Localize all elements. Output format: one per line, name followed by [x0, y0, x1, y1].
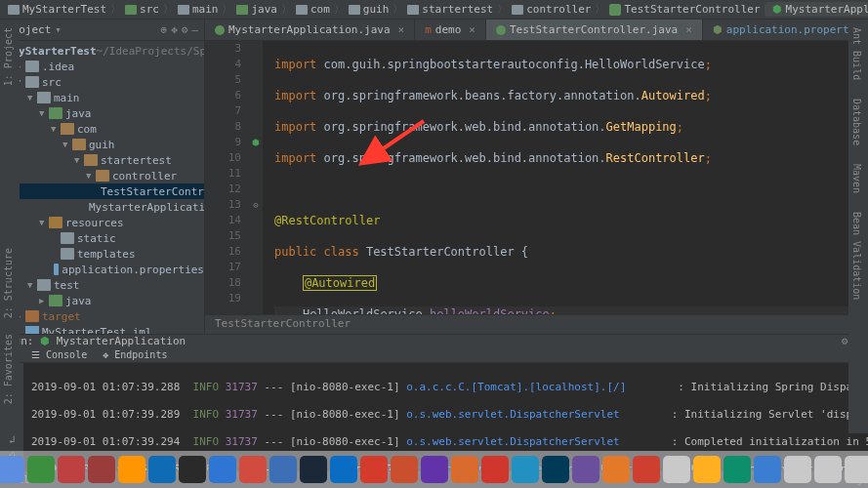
dock-app-5[interactable] — [88, 456, 115, 483]
tree-com[interactable]: ▼com — [0, 121, 204, 137]
maven-stripe[interactable]: Maven — [848, 156, 865, 201]
mapping-icon[interactable]: ⊝ — [249, 197, 263, 213]
dock-app-12[interactable] — [300, 456, 327, 483]
project-tree[interactable]: ▼MyStarterTest ~/IdeaProjects/SpringE ▶.… — [0, 41, 204, 334]
tab-demo[interactable]: mdemo× — [415, 20, 486, 40]
tree-templates[interactable]: templates — [0, 246, 204, 262]
editor-area: MystarterApplication.java× mdemo× TestSt… — [205, 20, 868, 334]
dock-app-6[interactable] — [118, 456, 145, 483]
dock-app-20[interactable] — [542, 456, 569, 483]
run-tool-window: Run: ⬢ MystarterApplication ⚙— ☰ Console… — [0, 334, 868, 470]
ant-stripe[interactable]: Ant Build — [848, 20, 865, 88]
database-stripe[interactable]: Database — [848, 91, 865, 153]
macos-dock[interactable] — [0, 451, 868, 488]
tree-file-mystarter[interactable]: MystarterApplication — [0, 199, 204, 215]
tree-main[interactable]: ▼main — [0, 90, 204, 105]
dock-app-26[interactable] — [723, 456, 751, 483]
run-tabs: ☰ Console ✥ Endpoints — [0, 347, 868, 363]
breadcrumb-startertest[interactable]: startertest — [403, 3, 497, 16]
close-icon[interactable]: × — [685, 23, 692, 36]
tab-teststarter[interactable]: TestStarterController.java× — [486, 20, 703, 40]
tree-guih[interactable]: ▼guih — [0, 137, 204, 152]
tree-test[interactable]: ▼test — [0, 277, 204, 293]
dock-app-25[interactable] — [693, 456, 721, 483]
tree-appprops[interactable]: application.properties — [0, 262, 204, 277]
dock-app-17[interactable] — [451, 456, 478, 483]
breadcrumb-src[interactable]: src — [121, 3, 163, 16]
spring-run-icon[interactable]: ⬢ — [249, 135, 263, 150]
right-tool-strip: Ant Build Database Maven Bean Validation — [848, 20, 868, 433]
line-gutter: 345678910111213141516171819 — [205, 41, 249, 314]
dock-app-8[interactable] — [179, 456, 206, 483]
structure-stripe[interactable]: 2: Structure — [0, 240, 17, 326]
dock-app-9[interactable] — [209, 456, 236, 483]
dock-app-18[interactable] — [481, 456, 509, 483]
tab-appprops[interactable]: ⬢application.properties× — [703, 20, 868, 40]
dock-app-23[interactable] — [633, 456, 660, 483]
project-tool-window: Project ▾ ⊕ ✥ ⚙ — ▼MyStarterTest ~/IdeaP… — [0, 20, 205, 334]
navigation-bar: MyStarterTest 〉src 〉main 〉java 〉com 〉gui… — [0, 0, 868, 20]
tree-testjava[interactable]: ▶java — [0, 293, 204, 308]
tree-root[interactable]: ▼MyStarterTest ~/IdeaProjects/SpringE — [0, 43, 204, 59]
tree-static[interactable]: static — [0, 230, 204, 246]
collapse-icon[interactable]: ⊕ — [161, 23, 168, 36]
tree-file-teststarter[interactable]: TestStarterControlle — [0, 183, 204, 199]
dock-app-2[interactable] — [0, 456, 24, 483]
breadcrumb-java[interactable]: java — [232, 3, 281, 16]
dock-app-19[interactable] — [512, 456, 539, 483]
tree-iml[interactable]: MyStarterTest.iml — [0, 324, 204, 334]
dock-app-30[interactable] — [845, 456, 869, 483]
dock-app-15[interactable] — [391, 456, 418, 483]
close-icon[interactable]: × — [398, 23, 405, 36]
tree-startertest[interactable]: ▼startertest — [0, 152, 204, 168]
console-tab[interactable]: ☰ Console — [23, 347, 95, 362]
select-file-icon[interactable]: ✥ — [171, 23, 178, 36]
dock-app-4[interactable] — [58, 456, 85, 483]
breadcrumb-guih[interactable]: guih — [345, 3, 393, 16]
dock-app-11[interactable] — [269, 456, 297, 483]
project-panel-header: Project ▾ ⊕ ✥ ⚙ — — [0, 20, 204, 41]
run-config-selector[interactable]: ⬢MystarterApplication ▾ — [765, 2, 868, 17]
editor-tabs: MystarterApplication.java× mdemo× TestSt… — [205, 20, 868, 41]
code-editor[interactable]: 345678910111213141516171819 ⬢ ⊝ import c… — [205, 41, 868, 314]
tree-src[interactable]: ▼src — [0, 74, 204, 90]
dock-app-14[interactable] — [360, 456, 388, 483]
hide-icon[interactable]: — — [191, 23, 198, 36]
dock-app-16[interactable] — [421, 456, 448, 483]
gear-icon[interactable]: ⚙ — [842, 335, 848, 347]
tree-idea[interactable]: ▶.idea — [0, 59, 204, 74]
dock-app-7[interactable] — [148, 456, 176, 483]
dock-app-22[interactable] — [602, 456, 630, 483]
gutter-icons: ⬢ ⊝ — [249, 41, 263, 314]
breadcrumb-file[interactable]: TestStarterController — [605, 3, 764, 16]
endpoints-tab[interactable]: ✥ Endpoints — [95, 347, 175, 362]
dock-app-28[interactable] — [784, 456, 811, 483]
breadcrumb-root[interactable]: MyStarterTest — [4, 3, 110, 16]
code-content[interactable]: import com.guih.springbootstarterautocon… — [263, 41, 868, 314]
breadcrumb-com[interactable]: com — [292, 3, 334, 16]
dock-app-3[interactable] — [27, 456, 55, 483]
favorites-stripe[interactable]: 2: Favorites — [0, 326, 17, 412]
tab-mystarter[interactable]: MystarterApplication.java× — [205, 20, 415, 40]
dock-app-24[interactable] — [663, 456, 690, 483]
breadcrumb-main[interactable]: main — [174, 3, 223, 16]
dock-app-13[interactable] — [330, 456, 357, 483]
run-config-name: MystarterApplication — [57, 335, 186, 347]
gear-icon[interactable]: ⚙ — [182, 23, 188, 36]
left-tool-strip: 1: Project 2: Structure 2: Favorites — [0, 20, 20, 433]
dock-app-27[interactable] — [754, 456, 781, 483]
dock-app-29[interactable] — [814, 456, 842, 483]
breadcrumb-controller[interactable]: controller — [508, 3, 595, 16]
dock-app-21[interactable] — [572, 456, 599, 483]
editor-breadcrumb[interactable]: TestStarterController — [205, 314, 868, 334]
bean-stripe[interactable]: Bean Validation — [848, 204, 865, 307]
tree-target[interactable]: ▶target — [0, 308, 204, 324]
tree-java[interactable]: ▼java — [0, 105, 204, 121]
run-header: Run: ⬢ MystarterApplication ⚙— — [0, 335, 868, 347]
tree-resources[interactable]: ▼resources — [0, 215, 204, 230]
project-stripe[interactable]: 1: Project — [0, 20, 17, 94]
tree-controller[interactable]: ▼controller — [0, 168, 204, 183]
wrap-icon[interactable]: ↲ — [9, 433, 16, 446]
dock-app-10[interactable] — [239, 456, 267, 483]
close-icon[interactable]: × — [469, 23, 475, 36]
